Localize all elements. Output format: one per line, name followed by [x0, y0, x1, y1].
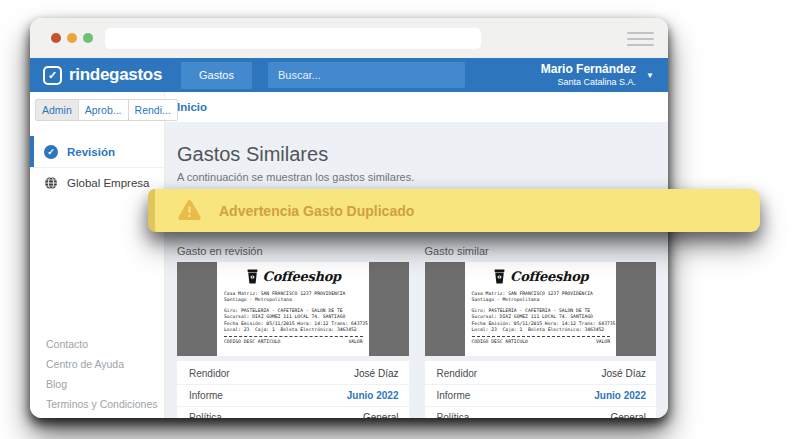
expense-details: Rendidor José Díaz Informe Junio 2022 Po… — [425, 361, 657, 418]
search-input[interactable]: Buscar... — [268, 62, 465, 88]
receipt-image[interactable]: Coffeeshop Casa Matriz: SAN FRANCISCO 12… — [425, 262, 657, 356]
detail-value-link[interactable]: Junio 2022 — [347, 390, 399, 401]
coffee-cup-icon — [246, 269, 259, 284]
main-area: Inicio Gastos Similares A continuación s… — [165, 92, 668, 418]
footer-link-blog[interactable]: Blog — [46, 378, 157, 390]
photo-edge — [616, 262, 656, 356]
detail-row-rendidor: Rendidor José Díaz — [425, 363, 657, 385]
receipt-line: Local: 23 Caja: 1 Boleta Electrónica: 34… — [472, 327, 611, 333]
check-circle-icon: ✓ — [44, 145, 58, 159]
receipt-paper: Coffeeshop Casa Matriz: SAN FRANCISCO 12… — [465, 262, 617, 356]
detail-value-link[interactable]: Junio 2022 — [594, 390, 646, 401]
receipt-paper: Coffeeshop Casa Matriz: SAN FRANCISCO 12… — [217, 262, 369, 356]
browser-chrome — [30, 18, 668, 58]
detail-row-politica: Política General — [177, 407, 409, 418]
warning-triangle-icon — [177, 199, 202, 222]
detail-value: José Díaz — [602, 368, 646, 379]
user-company: Santa Catalina S.A. — [541, 77, 636, 88]
receipt-columns-left: CODIGO DESC ARTICULO — [224, 339, 280, 344]
detail-row-politica: Política General — [425, 407, 657, 418]
window-controls — [51, 33, 93, 43]
footer-link-centro-ayuda[interactable]: Centro de Ayuda — [46, 358, 157, 370]
duplicate-warning-banner: Advertencia Gasto Duplicado — [148, 189, 760, 232]
receipt-line: Santiago - Metropolitana — [224, 297, 363, 303]
detail-label: Política — [437, 412, 470, 418]
page-title: Gastos Similares — [177, 143, 656, 166]
tab-admin[interactable]: Admin — [35, 99, 79, 121]
expense-cards: Gasto en revisión — [177, 245, 656, 418]
detail-row-rendidor: Rendidor José Díaz — [177, 363, 409, 385]
photo-edge — [425, 262, 465, 356]
receipt-brand: Coffeeshop — [510, 269, 588, 284]
breadcrumb[interactable]: Inicio — [177, 101, 207, 113]
receipt-columns-right: VALOR — [348, 339, 362, 344]
receipt-image[interactable]: Coffeeshop Casa Matriz: SAN FRANCISCO 12… — [177, 262, 409, 356]
sidebar-item-revision[interactable]: ✓ Revisión — [30, 136, 164, 167]
sidebar-item-label: Global Empresa — [67, 177, 149, 189]
breadcrumb-row: Inicio — [165, 92, 668, 122]
rindegastos-check-icon: ✓ — [43, 66, 62, 85]
address-bar[interactable] — [105, 28, 481, 49]
content-area: Gastos Similares A continuación se muest… — [165, 122, 668, 418]
detail-value: General — [363, 412, 399, 418]
detail-value: General — [610, 412, 646, 418]
detail-row-informe: Informe Junio 2022 — [425, 385, 657, 407]
sidebar-footer: Contacto Centro de Ayuda Blog Terminos y… — [46, 338, 157, 410]
app-logo-text: rindegastos — [69, 65, 162, 85]
card-label: Gasto en revisión — [177, 245, 409, 257]
detail-value: José Díaz — [354, 368, 398, 379]
receipt-divider — [224, 336, 363, 337]
expense-card-en-revision: Gasto en revisión — [177, 245, 409, 418]
footer-link-contacto[interactable]: Contacto — [46, 338, 157, 350]
sidebar-item-global-empresa[interactable]: Global Empresa — [30, 167, 164, 198]
user-name: Mario Fernández — [541, 62, 636, 77]
app-logo[interactable]: ✓ rindegastos — [43, 65, 162, 85]
user-menu[interactable]: Mario Fernández Santa Catalina S.A. ▼ — [541, 62, 654, 88]
card-label: Gasto similar — [425, 245, 657, 257]
chevron-down-icon: ▼ — [646, 71, 654, 80]
globe-icon — [44, 176, 58, 190]
receipt-divider — [472, 336, 611, 337]
app-header: ✓ rindegastos Gastos Buscar... Mario Fer… — [30, 58, 668, 92]
receipt-line: Santiago - Metropolitana — [472, 297, 611, 303]
maximize-window-icon[interactable] — [83, 33, 93, 43]
expense-details: Rendidor José Díaz Informe Junio 2022 Po… — [177, 361, 409, 418]
detail-label: Política — [189, 412, 222, 418]
role-tabbar: Admin Aprob... Rendi... — [30, 92, 164, 127]
receipt-columns-left: CODIGO DESC ARTICULO — [472, 339, 528, 344]
photo-edge — [369, 262, 409, 356]
receipt-line: Local: 23 Caja: 1 Boleta Electrónica: 34… — [224, 327, 363, 333]
close-window-icon[interactable] — [51, 33, 61, 43]
browser-menu-icon[interactable] — [627, 32, 654, 50]
detail-row-informe: Informe Junio 2022 — [177, 385, 409, 407]
receipt-line: Sucursal: DIAZ GOMEZ 111 LOCAL 74. SANTI… — [224, 314, 363, 320]
receipt-brand: Coffeeshop — [263, 269, 341, 284]
warning-text: Advertencia Gasto Duplicado — [219, 203, 414, 219]
sidebar-item-label: Revisión — [67, 146, 115, 158]
tab-rendidor[interactable]: Rendi... — [128, 99, 178, 121]
page-subtitle: A continuación se muestran los gastos si… — [177, 171, 656, 183]
footer-link-terminos[interactable]: Terminos y Condiciones — [46, 398, 157, 410]
sidebar: Admin Aprob... Rendi... ✓ Revisión — [30, 92, 165, 418]
coffee-cup-icon — [493, 269, 506, 284]
detail-label: Informe — [189, 390, 223, 401]
detail-label: Rendidor — [437, 368, 478, 379]
tab-aprobador[interactable]: Aprob... — [78, 99, 129, 121]
photo-edge — [177, 262, 217, 356]
detail-label: Rendidor — [189, 368, 230, 379]
receipt-line: Sucursal: DIAZ GOMEZ 111 LOCAL 74. SANTI… — [472, 314, 611, 320]
detail-label: Informe — [437, 390, 471, 401]
receipt-columns-right: VALOR — [596, 339, 610, 344]
nav-gastos-button[interactable]: Gastos — [181, 62, 252, 89]
minimize-window-icon[interactable] — [67, 33, 77, 43]
expense-card-similar: Gasto similar — [425, 245, 657, 418]
